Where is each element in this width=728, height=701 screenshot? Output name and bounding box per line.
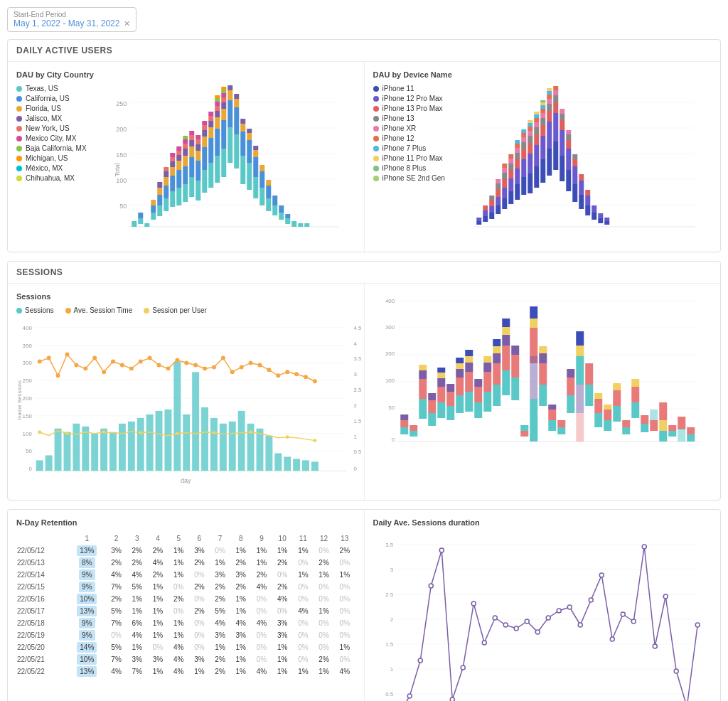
svg-point-466 xyxy=(407,694,412,698)
svg-rect-56 xyxy=(196,144,200,151)
table-row: 22/05/2014%5%1%0%4%0%1%1%0%1%0%0%1% xyxy=(16,641,355,653)
svg-rect-426 xyxy=(604,410,611,420)
svg-point-486 xyxy=(621,612,625,616)
svg-rect-279 xyxy=(192,372,199,471)
svg-rect-135 xyxy=(489,200,494,206)
legend-label: iPhone 13 Pro Max xyxy=(382,105,443,112)
svg-rect-438 xyxy=(650,420,658,431)
svg-rect-351 xyxy=(419,399,427,419)
svg-rect-28 xyxy=(170,191,175,207)
svg-text:3: 3 xyxy=(390,567,393,573)
svg-rect-274 xyxy=(146,414,154,471)
retention-value-cell: 2% xyxy=(314,557,334,569)
retention-value-cell: 3% xyxy=(106,545,127,557)
svg-rect-419 xyxy=(576,331,584,346)
svg-point-328 xyxy=(176,432,179,435)
dau-title: DAILY ACTIVE USERS xyxy=(8,40,720,62)
svg-rect-278 xyxy=(183,414,190,471)
svg-text:400: 400 xyxy=(23,325,33,331)
svg-rect-281 xyxy=(210,418,218,471)
svg-rect-224 xyxy=(585,205,590,215)
device-legend-item: iPhone 13 xyxy=(373,114,451,122)
retention-value-cell: 2% xyxy=(272,557,293,569)
svg-rect-441 xyxy=(659,431,667,442)
svg-rect-129 xyxy=(476,218,481,221)
legend-label: iPhone 11 xyxy=(382,85,414,92)
svg-rect-87 xyxy=(228,127,232,163)
svg-point-313 xyxy=(221,355,225,360)
svg-rect-84 xyxy=(221,93,226,97)
svg-rect-67 xyxy=(208,127,213,138)
svg-rect-416 xyxy=(576,413,584,442)
retention-value-cell: 2% xyxy=(334,545,355,557)
svg-point-478 xyxy=(535,630,540,634)
svg-rect-14 xyxy=(138,213,143,218)
svg-rect-379 xyxy=(483,392,491,412)
legend-color-dot xyxy=(373,96,379,102)
svg-point-489 xyxy=(653,644,657,648)
svg-rect-130 xyxy=(483,216,488,222)
retention-value-cell: 5% xyxy=(210,605,230,617)
svg-point-329 xyxy=(212,431,215,434)
svg-point-293 xyxy=(38,359,42,363)
svg-text:day: day xyxy=(181,477,191,484)
svg-rect-385 xyxy=(493,353,500,363)
retention-value-cell: 2% xyxy=(272,581,293,593)
svg-point-323 xyxy=(313,379,317,383)
retention-value-cell: 1% xyxy=(210,641,230,653)
date-filter[interactable]: Start-End Period May 1, 2022 - May 31, 2… xyxy=(7,7,136,32)
svg-point-322 xyxy=(304,375,308,379)
retention-value-cell: 1% xyxy=(147,593,168,605)
avg-duration-panel: Daily Ave. Sessions duration 3.5 3 2.5 2… xyxy=(365,510,721,701)
retention-date-cell: 22/05/16 xyxy=(16,593,68,605)
legend-label: iPhone XR xyxy=(382,124,417,132)
retention-date-cell: 22/05/14 xyxy=(16,569,68,581)
svg-rect-110 xyxy=(266,198,271,211)
svg-rect-177 xyxy=(534,145,539,166)
svg-rect-48 xyxy=(189,157,194,177)
retention-value-cell: 1% xyxy=(314,665,334,678)
dau-city-bar-chart: 250 200 150 100 50 Total xyxy=(100,85,355,241)
svg-rect-23 xyxy=(164,198,168,211)
retention-value-cell: 1% xyxy=(293,665,314,678)
retention-value-cell: 2% xyxy=(106,557,127,569)
svg-point-311 xyxy=(203,366,207,370)
svg-rect-214 xyxy=(566,140,571,149)
svg-rect-73 xyxy=(215,117,220,129)
close-icon[interactable]: ✕ xyxy=(124,19,130,28)
svg-rect-357 xyxy=(428,393,436,400)
svg-rect-30 xyxy=(170,167,175,176)
device-legend-item: iPhone 11 xyxy=(373,85,451,92)
retention-value-cell: 9% xyxy=(68,581,106,593)
svg-text:350: 350 xyxy=(23,343,33,349)
svg-rect-386 xyxy=(493,346,500,353)
svg-rect-89 xyxy=(228,90,232,100)
svg-rect-174 xyxy=(528,123,532,127)
table-row: 22/05/199%0%4%1%1%0%3%3%0%3%0%0%0% xyxy=(16,629,355,641)
svg-rect-292 xyxy=(311,461,318,471)
svg-text:0: 0 xyxy=(391,437,395,443)
svg-rect-204 xyxy=(553,95,558,102)
svg-rect-289 xyxy=(284,456,291,471)
svg-rect-153 xyxy=(508,154,513,159)
svg-text:50: 50 xyxy=(388,405,395,411)
svg-rect-384 xyxy=(493,363,500,385)
svg-point-315 xyxy=(240,365,244,369)
retention-value-cell: 0% xyxy=(334,605,355,617)
retention-value-cell: 4% xyxy=(147,557,168,569)
svg-rect-88 xyxy=(228,100,232,127)
retention-col-10: 10 xyxy=(272,533,293,545)
svg-rect-27 xyxy=(164,167,168,171)
svg-rect-394 xyxy=(511,355,519,378)
sessions-section: SESSIONS Sessions Sessions Ave. Session … xyxy=(7,261,721,501)
dau-city-chart: DAU by City Country Texas, USCalifornia,… xyxy=(8,62,365,252)
svg-text:250: 250 xyxy=(116,100,127,107)
svg-rect-29 xyxy=(170,176,175,191)
svg-rect-291 xyxy=(302,460,309,471)
retention-col-1: 1 xyxy=(68,533,106,545)
svg-rect-381 xyxy=(483,363,491,372)
svg-rect-172 xyxy=(528,131,532,136)
retention-value-cell: 4% xyxy=(127,569,147,581)
legend-color-dot xyxy=(373,106,379,112)
svg-point-316 xyxy=(249,360,253,365)
